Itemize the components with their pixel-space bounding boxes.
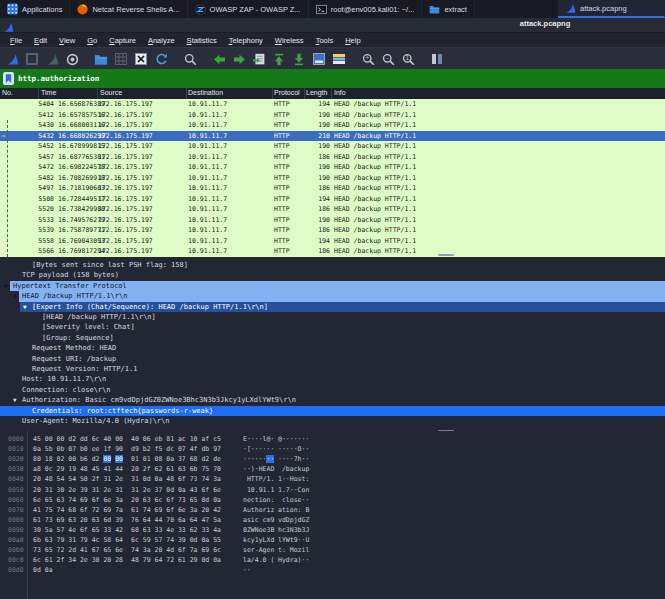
packet-row[interactable]: 555816.769043053172.16.175.19710.91.11.7…	[0, 236, 665, 247]
column-header-protocol[interactable]: Protocol	[274, 89, 300, 96]
packet-row[interactable]: 541216.657857516172.16.175.19710.91.11.7…	[0, 110, 665, 121]
column-header-time[interactable]: Time	[41, 89, 56, 96]
packet-row[interactable]: 548216.708269918172.16.175.19710.91.11.7…	[0, 173, 665, 184]
menu-capture[interactable]: Capture	[103, 36, 142, 45]
detail-row[interactable]: TCP payload (158 bytes)	[0, 270, 665, 280]
packet-list-header[interactable]: No.TimeSourceDestinationProtocolLengthIn…	[0, 88, 665, 99]
detail-row[interactable]: Request Version: HTTP/1.1	[0, 364, 665, 374]
packet-row[interactable]: 543216.668026259172.16.175.19710.91.11.7…	[0, 131, 665, 142]
filter-bookmark-icon[interactable]	[3, 72, 14, 85]
menu-tools[interactable]: Tools	[310, 36, 340, 45]
hex-row[interactable]: 004020 48 54 54 50 2f 31 2e31 0d 0a 48 6…	[0, 474, 665, 484]
detail-row[interactable]: [HEAD /backup HTTP/1.1\r\n]	[0, 312, 665, 322]
hex-row[interactable]: 007041 75 74 68 6f 72 69 7a61 74 69 6f 6…	[0, 505, 665, 515]
zoom-reset-icon[interactable]: 1	[401, 52, 415, 67]
packet-row[interactable]: 552016.738429980172.16.175.19710.91.11.7…	[0, 204, 665, 215]
menu-edit[interactable]: Edit	[28, 36, 53, 45]
hex-row[interactable]: 00b073 65 72 2d 41 67 65 6e74 3a 20 4d 6…	[0, 545, 665, 555]
expand-arrow-icon[interactable]: ▼	[13, 291, 17, 301]
detail-row[interactable]: Host: 10.91.11.7\r\n	[0, 374, 665, 384]
packet-row[interactable]: 540416.656876389172.16.175.19710.91.11.7…	[0, 99, 665, 110]
column-separator[interactable]	[186, 88, 187, 99]
menu-view[interactable]: View	[53, 36, 81, 45]
packet-row[interactable]: 547216.698224578172.16.175.19710.91.11.7…	[0, 162, 665, 173]
packet-row[interactable]: 543016.668003116172.16.175.19710.91.11.7…	[0, 120, 665, 131]
expand-arrow-icon[interactable]: ▼	[13, 395, 17, 405]
expand-arrow-icon[interactable]: ▼	[4, 281, 8, 291]
packet-row[interactable]: 545216.678999815172.16.175.19710.91.11.7…	[0, 141, 665, 152]
hex-row[interactable]: 008061 73 69 63 20 63 6d 3976 64 44 70 6…	[0, 515, 665, 525]
detail-row[interactable]: Request URI: /backup	[0, 354, 665, 364]
taskbar-item[interactable]: Netcat Reverse Shells A...	[70, 0, 187, 18]
hex-row[interactable]: 00a06b 63 79 31 79 4c 58 646c 59 57 74 3…	[0, 535, 665, 545]
menu-go[interactable]: Go	[81, 36, 103, 45]
menu-wireless[interactable]: Wireless	[269, 36, 310, 45]
hex-row[interactable]: 005020 31 30 2e 39 31 2e 3131 2e 37 0d 0…	[0, 485, 665, 495]
taskbar-item[interactable]: OWASP ZAP - OWASP Z...	[188, 0, 309, 18]
start-capture-icon[interactable]	[5, 52, 19, 67]
detail-row[interactable]: [Severity level: Chat]	[0, 322, 665, 332]
packet-row[interactable]: 545716.687765381172.16.175.19710.91.11.7…	[0, 152, 665, 163]
display-filter-input[interactable]: http.authorization	[18, 74, 99, 83]
column-header-destination[interactable]: Destination	[188, 89, 223, 96]
taskbar-item[interactable]: attack.pcapng	[558, 0, 665, 18]
column-header-info[interactable]: Info	[334, 89, 346, 96]
display-filter-bar[interactable]: http.authorization	[0, 69, 665, 89]
column-header-source[interactable]: Source	[100, 89, 122, 96]
hex-row[interactable]: 00d00d 0a··	[0, 565, 665, 575]
go-last-packet-icon[interactable]	[292, 52, 306, 67]
hex-row[interactable]: 000045 00 00 d2 dd 6c 40 0040 06 eb 81 a…	[0, 434, 665, 444]
hex-row[interactable]: 00c06c 61 2f 34 2e 30 20 2848 79 64 72 6…	[0, 555, 665, 565]
column-header-length[interactable]: Length	[306, 89, 327, 96]
detail-row[interactable]: User-Agent: Mozilla/4.0 (Hydra)\r\n	[0, 416, 665, 426]
detail-row[interactable]: ▼Authorization: Basic cm9vdDpjdGZ0ZWNoe3…	[0, 395, 665, 405]
zoom-in-icon[interactable]: +	[361, 52, 375, 67]
coloring-rules-icon[interactable]	[332, 52, 346, 67]
open-file-icon[interactable]	[94, 52, 108, 67]
column-separator[interactable]	[97, 88, 98, 99]
resize-columns-icon[interactable]	[430, 52, 444, 67]
window-titlebar[interactable]: attack.pcapng	[0, 18, 665, 33]
close-file-icon[interactable]	[134, 52, 148, 67]
reload-file-icon[interactable]	[154, 52, 168, 67]
colorize-packets-icon[interactable]	[312, 52, 326, 67]
stop-capture-icon[interactable]	[25, 52, 39, 67]
column-separator[interactable]	[304, 88, 305, 99]
menu-file[interactable]: File	[4, 36, 28, 45]
packet-list-pane[interactable]: No.TimeSourceDestinationProtocolLengthIn…	[0, 88, 665, 257]
hex-row[interactable]: 009030 5a 57 4e 6f 65 33 4268 63 33 4e 3…	[0, 525, 665, 535]
column-separator[interactable]	[38, 88, 39, 99]
packet-row[interactable]: 553916.758789771172.16.175.19710.91.11.7…	[0, 225, 665, 236]
taskbar-item[interactable]: Applications	[0, 0, 70, 18]
detail-row[interactable]: [Bytes sent since last PSH flag: 158]	[0, 260, 665, 270]
packet-row[interactable]: 556616.769817294172.16.175.19710.91.11.7…	[0, 246, 665, 257]
column-header-no[interactable]: No.	[2, 89, 13, 96]
go-forward-icon[interactable]	[232, 52, 246, 67]
hex-row[interactable]: 00100a 5b 0b 07 b0 ee 1f 90d9 b2 f5 dc 0…	[0, 444, 665, 454]
detail-row[interactable]: ▼HEAD /backup HTTP/1.1\r\n	[0, 291, 665, 301]
find-packet-icon[interactable]	[183, 52, 197, 67]
menu-analyze[interactable]: Analyze	[142, 36, 181, 45]
packet-row[interactable]: 550816.728449517172.16.175.19710.91.11.7…	[0, 194, 665, 205]
splitter-grip[interactable]	[438, 254, 454, 256]
restart-capture-icon[interactable]	[45, 52, 59, 67]
hex-row[interactable]: 002080 18 02 00 b6 d2 00 0001 01 08 0a 3…	[0, 454, 665, 464]
detail-row[interactable]: Request Method: HEAD	[0, 343, 665, 353]
column-separator[interactable]	[272, 88, 273, 99]
go-back-icon[interactable]	[212, 52, 226, 67]
detail-row[interactable]: Connection: close\r\n	[0, 385, 665, 395]
save-file-icon[interactable]	[114, 52, 128, 67]
hex-row[interactable]: 0030a8 0c 29 19 48 45 41 4420 2f 62 61 6…	[0, 464, 665, 474]
detail-row[interactable]: [Group: Sequence]	[0, 333, 665, 343]
packet-bytes-pane[interactable]: 000045 00 00 d2 dd 6c 40 0040 06 eb 81 a…	[0, 431, 665, 599]
expand-arrow-icon[interactable]: ▼	[23, 302, 27, 312]
packet-details-pane[interactable]: [Bytes sent since last PSH flag: 158]TCP…	[0, 258, 665, 430]
detail-row[interactable]: ▼Hypertext Transfer Protocol	[0, 281, 665, 291]
capture-options-icon[interactable]	[65, 52, 79, 67]
go-first-packet-icon[interactable]	[272, 52, 286, 67]
taskbar-item[interactable]: root@env005.kali01: ~/...	[309, 0, 423, 18]
packet-row[interactable]: 553316.749576279172.16.175.19710.91.11.7…	[0, 215, 665, 226]
hex-row[interactable]: 00606e 65 63 74 69 6f 6e 3a20 63 6c 6f 7…	[0, 495, 665, 505]
menu-statistics[interactable]: Statistics	[181, 36, 223, 45]
go-to-packet-icon[interactable]	[252, 52, 266, 67]
